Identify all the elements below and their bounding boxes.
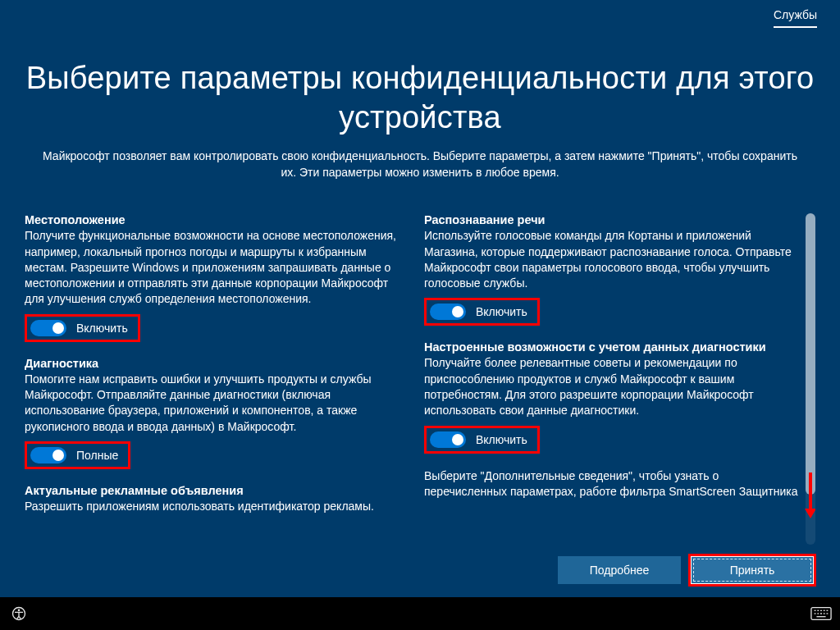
- toggle-switch-icon: [30, 320, 66, 336]
- tab-services[interactable]: Службы: [774, 8, 817, 28]
- button-row: Подробнее Принять: [25, 556, 815, 584]
- setting-ads: Актуальные рекламные объявления Разрешит…: [25, 484, 401, 514]
- keyboard-icon[interactable]: [810, 603, 832, 624]
- setting-tailored-desc: Получайте более релевантные советы и рек…: [424, 355, 801, 418]
- page: Выберите параметры конфиденциальности дл…: [25, 48, 815, 584]
- scrollbar-thumb[interactable]: [806, 213, 815, 495]
- toggle-location-label: Включить: [76, 322, 128, 335]
- setting-diagnostics: Диагностика Помогите нам исправить ошибк…: [25, 357, 401, 469]
- setting-location-desc: Получите функциональные возможности на о…: [25, 228, 401, 308]
- settings-column-left: Местоположение Получите функциональные в…: [25, 213, 401, 545]
- setting-speech: Распознавание речи Используйте голосовые…: [424, 213, 801, 326]
- setting-speech-desc: Используйте голосовые команды для Кортан…: [424, 228, 801, 291]
- toggle-switch-icon: [30, 447, 66, 463]
- svg-point-3: [18, 609, 21, 612]
- page-intro: Майкрософт позволяет вам контролировать …: [43, 148, 797, 180]
- page-title: Выберите параметры конфиденциальности дл…: [25, 59, 815, 137]
- settings-footnote: Выберите "Дополнительные сведения", чтоб…: [424, 468, 801, 500]
- setting-ads-title: Актуальные рекламные объявления: [25, 484, 401, 497]
- setting-location: Местоположение Получите функциональные в…: [25, 213, 401, 342]
- toggle-speech[interactable]: Включить: [424, 298, 540, 326]
- toggle-tailored[interactable]: Включить: [424, 426, 540, 454]
- toggle-speech-label: Включить: [476, 305, 527, 318]
- ease-of-access-icon[interactable]: [8, 603, 30, 624]
- setting-tailored-title: Настроенные возможности с учетом данных …: [424, 340, 801, 354]
- settings-scroll-area: Местоположение Получите функциональные в…: [25, 213, 815, 545]
- toggle-location[interactable]: Включить: [25, 314, 140, 342]
- toggle-switch-icon: [430, 304, 466, 320]
- setting-location-title: Местоположение: [25, 213, 401, 226]
- toggle-tailored-label: Включить: [476, 433, 527, 446]
- setting-diagnostics-title: Диагностика: [25, 357, 401, 370]
- toggle-switch-icon: [430, 431, 466, 448]
- accept-button[interactable]: Принять: [691, 556, 814, 584]
- setting-diagnostics-desc: Помогите нам исправить ошибки и улучшить…: [25, 372, 401, 435]
- scrollbar[interactable]: [806, 213, 815, 545]
- setting-speech-title: Распознавание речи: [424, 213, 801, 226]
- toggle-diagnostics-label: Полные: [76, 449, 118, 462]
- setting-ads-desc: Разрешить приложениям использовать идент…: [25, 499, 401, 514]
- bottombar: [0, 597, 840, 630]
- topbar: Службы: [0, 0, 840, 36]
- toggle-diagnostics[interactable]: Полные: [25, 441, 130, 469]
- learn-more-button[interactable]: Подробнее: [558, 556, 681, 584]
- settings-column-right: Распознавание речи Используйте голосовые…: [424, 213, 801, 545]
- setting-tailored: Настроенные возможности с учетом данных …: [424, 340, 801, 453]
